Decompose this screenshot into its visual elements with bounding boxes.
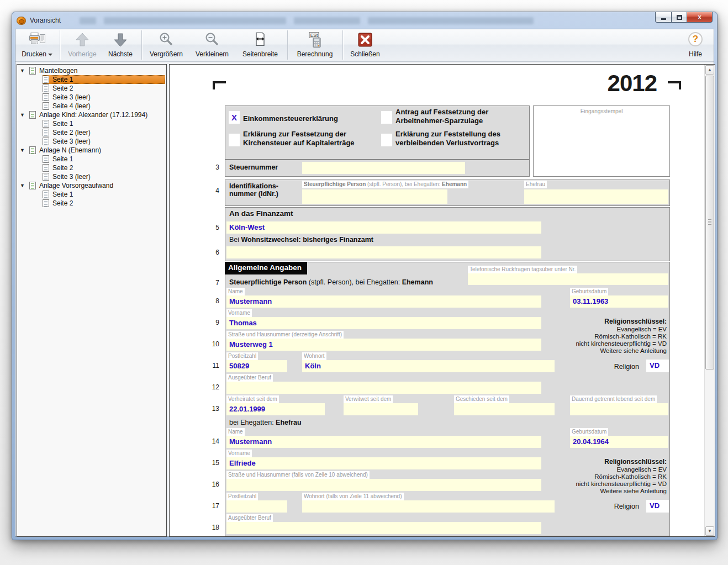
- svg-text:ESt: ESt: [310, 33, 318, 38]
- wohnort-field: Köln: [302, 360, 555, 372]
- verheiratet-label: Verheiratet seit dem: [226, 395, 279, 403]
- sidebar-item-mantelbogen[interactable]: Mantelbogen: [20, 66, 165, 75]
- sidebar-item-seite3[interactable]: Seite 3 (leer): [43, 137, 165, 146]
- help-button[interactable]: Hilfe: [682, 30, 709, 60]
- sidebar-item-seite4[interactable]: Seite 4 (leer): [43, 102, 165, 110]
- minimize-button[interactable]: [655, 12, 672, 23]
- strasse-label: Straße und Hausnummer (derzeitige Anschr…: [226, 331, 344, 339]
- previous-finanzamt-field: [226, 246, 541, 258]
- page-icon: [43, 138, 49, 145]
- scrollbar-thumb[interactable]: [705, 76, 714, 369]
- strasse-field: Musterweg 1: [226, 339, 541, 351]
- spouse-name-field: Mustermann: [226, 436, 541, 448]
- strasse-abweichend-label: Straße und Hausnummer (falls von Zeile 1…: [226, 471, 370, 479]
- sidebar-item-seite3[interactable]: Seite 3 (leer): [43, 172, 165, 181]
- line-number: 14: [205, 438, 219, 446]
- arrow-down-icon: [113, 32, 128, 47]
- sidebar-item-seite1[interactable]: Seite 1: [43, 75, 165, 84]
- zoom-in-label: Vergrößern: [150, 50, 183, 58]
- document-icon: [29, 182, 36, 189]
- sidebar-item-seite2[interactable]: Seite 2: [43, 163, 165, 172]
- zoom-out-button[interactable]: Verkleinern: [191, 30, 233, 60]
- scrollbar-grip: [708, 219, 711, 226]
- idnr-label: Identifikations-nummer (IdNr.): [229, 182, 278, 198]
- sidebar-item-seite2[interactable]: Seite 2 (leer): [43, 128, 165, 137]
- page-icon: [43, 155, 49, 163]
- name-label: Name: [226, 288, 245, 295]
- getrennt-lebend-label: Dauernd getrennt lebend seit dem: [570, 395, 657, 403]
- desktop: { "colors": { "selection_orange": "#e07f…: [0, 0, 728, 565]
- line-number: 10: [205, 341, 219, 348]
- geburtsdatum-field: 03.11.1963: [570, 295, 668, 308]
- religion-label: Religion: [545, 363, 639, 371]
- next-page-button[interactable]: Nächste: [104, 30, 137, 60]
- line-number: 18: [205, 524, 219, 532]
- plz-label: Postleitzahl: [226, 352, 258, 360]
- close-preview-button[interactable]: Schließen: [347, 30, 383, 60]
- close-preview-label: Schließen: [350, 50, 379, 58]
- close-button[interactable]: x: [687, 12, 713, 23]
- page-width-button[interactable]: Seitenbreite: [238, 30, 283, 60]
- telefon-field: [468, 273, 668, 285]
- magnifier-minus-icon: [204, 32, 220, 47]
- previous-page-button[interactable]: Vorherige: [64, 30, 101, 60]
- preview-window: Voransicht x: [12, 12, 718, 540]
- vertical-scrollbar[interactable]: ▲ ▼: [704, 65, 715, 536]
- page-icon: [43, 191, 49, 198]
- print-button[interactable]: Drucken: [19, 30, 55, 60]
- calculation-button[interactable]: ESt Berechnung: [292, 30, 338, 60]
- page-icon: [43, 199, 49, 207]
- verwitwet-field: [344, 403, 418, 415]
- religion-field: VD: [646, 360, 669, 372]
- beruf-field: [226, 382, 541, 394]
- sidebar-item-seite1[interactable]: Seite 1: [43, 190, 165, 199]
- line-number: 15: [205, 460, 219, 467]
- spouse-religion-field: VD: [646, 500, 669, 513]
- plz-field: 50829: [226, 360, 287, 372]
- next-label: Nächste: [108, 50, 133, 58]
- document-icon: [29, 146, 36, 154]
- line-number: 6: [205, 249, 219, 257]
- plz-label: Postleitzahl: [226, 493, 258, 500]
- maximize-button[interactable]: [672, 12, 687, 23]
- sidebar-item-anlage-vorsorgeaufwand[interactable]: Anlage Vorsorgeaufwand: [20, 181, 165, 190]
- sidebar-item-seite1[interactable]: Seite 1: [43, 119, 165, 128]
- sidebar-item-anlage-n[interactable]: Anlage N (Ehemann): [20, 146, 165, 155]
- idnr-husband-field: [302, 189, 447, 204]
- redacted-title-text: [80, 17, 534, 24]
- collapse-icon[interactable]: [20, 183, 28, 188]
- idnr-col2-header: Ehefrau: [524, 181, 547, 188]
- idnr-col1-header: Steuerpflichtige Person (stpfl. Person),…: [302, 181, 468, 188]
- form-page: 2012 X Einkommensteuererklärung Antrag a…: [170, 65, 704, 536]
- line-number: 9: [205, 319, 219, 327]
- help-label: Hilfe: [689, 50, 702, 58]
- titlebar[interactable]: Voransicht: [15, 12, 714, 29]
- page-tree: Mantelbogen Seite 1 Seite 2 Seite 3 (lee…: [17, 64, 167, 537]
- scroll-down-button[interactable]: ▼: [705, 526, 714, 536]
- collapse-icon[interactable]: [20, 68, 28, 73]
- taxpayer-header: Steuerpflichtige Person (stpfl. Person),…: [229, 278, 433, 286]
- crop-mark: [213, 81, 226, 89]
- sidebar-item-seite3[interactable]: Seite 3 (leer): [43, 93, 165, 102]
- sidebar-item-anlage-kind[interactable]: Anlage Kind: Alexander (17.12.1994): [20, 110, 165, 119]
- sidebar-item-seite2[interactable]: Seite 2: [43, 84, 165, 93]
- wohnsitzwechsel-note: Bei Wohnsitzwechsel: bisheriges Finanzam…: [229, 236, 373, 244]
- sidebar-item-seite2[interactable]: Seite 2: [43, 199, 165, 208]
- tax-year: 2012: [529, 70, 657, 97]
- sidebar-item-seite1[interactable]: Seite 1: [43, 155, 165, 163]
- line-number: 12: [205, 384, 219, 392]
- geschieden-label: Geschieden seit dem: [454, 395, 509, 403]
- toolbar-separator: [342, 30, 343, 60]
- red-x-icon: [357, 32, 373, 47]
- collapse-icon[interactable]: [20, 112, 28, 118]
- scroll-up-button[interactable]: ▲: [705, 65, 714, 75]
- window-controls: x: [655, 12, 713, 23]
- app-icon: [17, 17, 26, 25]
- window-title: Voransicht: [30, 17, 61, 24]
- zoom-in-button[interactable]: Vergrößern: [146, 30, 187, 60]
- checkbox-einkommensteuererklaerung: X: [229, 111, 240, 124]
- beruf-label: Ausgeübter Beruf: [226, 514, 273, 522]
- line-number: 7: [205, 279, 219, 287]
- document-icon: [29, 111, 36, 119]
- collapse-icon[interactable]: [20, 147, 28, 153]
